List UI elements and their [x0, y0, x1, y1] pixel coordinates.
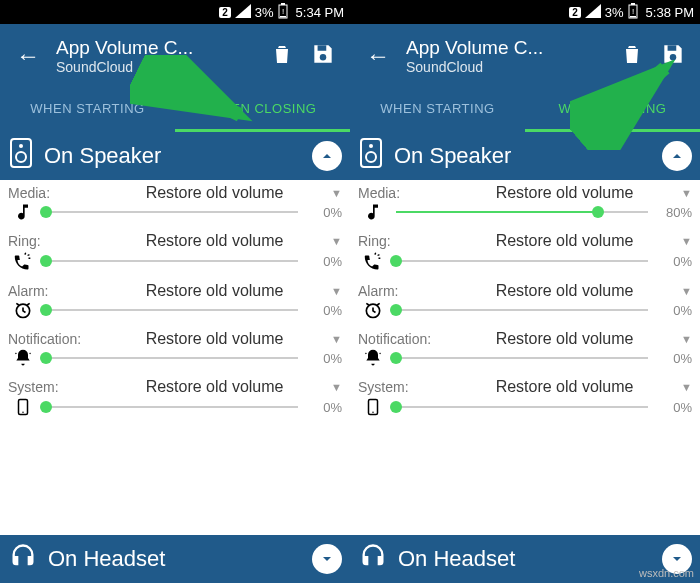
svg-rect-2: [280, 16, 286, 18]
headset-icon: [8, 542, 38, 576]
battery-percent: 3%: [255, 5, 274, 20]
volume-slider-row: 0%: [0, 348, 350, 374]
dropdown-icon[interactable]: ▼: [331, 381, 342, 393]
battery-icon: !: [628, 3, 638, 22]
dropdown-icon[interactable]: ▼: [331, 333, 342, 345]
dropdown-icon[interactable]: ▼: [331, 285, 342, 297]
svg-point-11: [22, 412, 24, 414]
row-value-dropdown[interactable]: Restore old volume: [98, 282, 331, 300]
volume-slider[interactable]: [46, 300, 298, 320]
toolbar-subtitle: SoundCloud: [56, 59, 262, 75]
row-value-dropdown[interactable]: Restore old volume: [448, 282, 681, 300]
status-bar: 2 3% ! 5:34 PM: [0, 0, 350, 24]
row-label: Media:: [358, 185, 448, 201]
volume-slider[interactable]: [46, 251, 298, 271]
row-value-dropdown[interactable]: Restore old volume: [98, 330, 331, 348]
section-on-headset[interactable]: On Headset: [0, 535, 350, 583]
collapse-icon[interactable]: [312, 141, 342, 171]
toolbar-subtitle: SoundCloud: [406, 59, 612, 75]
tab-when-closing[interactable]: WHEN CLOSING: [525, 88, 700, 132]
delete-button[interactable]: [612, 34, 652, 78]
volume-row: Ring: Restore old volume ▼: [350, 228, 700, 250]
volume-slider[interactable]: [46, 348, 298, 368]
volume-percent: 0%: [656, 400, 692, 415]
expand-icon[interactable]: [312, 544, 342, 574]
row-label: System:: [8, 379, 98, 395]
save-button[interactable]: [652, 33, 694, 79]
music-icon: [8, 202, 38, 222]
watermark: wsxdn.com: [639, 567, 694, 579]
section-on-speaker[interactable]: On Speaker: [0, 132, 350, 180]
back-button[interactable]: ←: [360, 36, 396, 76]
section-on-speaker[interactable]: On Speaker: [350, 132, 700, 180]
tab-bar: WHEN STARTING WHEN CLOSING: [0, 88, 350, 132]
svg-rect-1: [281, 3, 285, 5]
section-label: On Speaker: [394, 143, 511, 169]
ring-icon: [358, 250, 388, 272]
collapse-icon[interactable]: [662, 141, 692, 171]
phone-icon: [8, 396, 38, 418]
volume-percent: 0%: [656, 351, 692, 366]
section-label: On Speaker: [44, 143, 161, 169]
volume-percent: 0%: [306, 351, 342, 366]
volume-slider[interactable]: [396, 397, 648, 417]
status-time: 5:38 PM: [646, 5, 694, 20]
svg-text:!: !: [281, 7, 283, 16]
speaker-icon: [358, 138, 384, 174]
speaker-icon: [8, 138, 34, 174]
dropdown-icon[interactable]: ▼: [681, 187, 692, 199]
svg-point-20: [366, 152, 376, 162]
row-value-dropdown[interactable]: Restore old volume: [448, 232, 681, 250]
row-value-dropdown[interactable]: Restore old volume: [448, 330, 681, 348]
volume-slider-row: 0%: [350, 396, 700, 424]
row-label: Notification:: [358, 331, 448, 347]
back-button[interactable]: ←: [10, 36, 46, 76]
tab-when-closing[interactable]: WHEN CLOSING: [175, 88, 350, 132]
volume-slider[interactable]: [396, 251, 648, 271]
alarm-icon: [8, 300, 38, 320]
bell-icon: [8, 348, 38, 368]
save-button[interactable]: [302, 33, 344, 79]
volume-slider-row: 0%: [0, 250, 350, 278]
svg-point-19: [369, 144, 373, 148]
row-value-dropdown[interactable]: Restore old volume: [98, 232, 331, 250]
volume-slider-row: 80%: [350, 202, 700, 228]
music-icon: [358, 202, 388, 222]
volume-slider[interactable]: [396, 202, 648, 222]
svg-point-23: [372, 412, 374, 414]
tab-when-starting[interactable]: WHEN STARTING: [0, 88, 175, 132]
volume-percent: 0%: [656, 254, 692, 269]
svg-text:!: !: [631, 7, 633, 16]
toolbar-title: App Volume C...: [406, 37, 612, 59]
dropdown-icon[interactable]: ▼: [681, 285, 692, 297]
row-value-dropdown[interactable]: Restore old volume: [448, 378, 681, 396]
dropdown-icon[interactable]: ▼: [681, 235, 692, 247]
tab-when-starting[interactable]: WHEN STARTING: [350, 88, 525, 132]
bell-icon: [358, 348, 388, 368]
svg-point-7: [19, 144, 23, 148]
volume-slider-row: 0%: [0, 396, 350, 424]
section-label: On Headset: [48, 546, 165, 572]
app-toolbar: ← App Volume C... SoundCloud: [0, 24, 350, 88]
dropdown-icon[interactable]: ▼: [331, 187, 342, 199]
row-label: System:: [358, 379, 448, 395]
dropdown-icon[interactable]: ▼: [681, 333, 692, 345]
status-time: 5:34 PM: [296, 5, 344, 20]
volume-row: System: Restore old volume ▼: [0, 374, 350, 396]
volume-slider-row: 0%: [350, 250, 700, 278]
volume-slider[interactable]: [396, 300, 648, 320]
row-value-dropdown[interactable]: Restore old volume: [98, 378, 331, 396]
volume-slider-row: 0%: [0, 202, 350, 228]
volume-row: Media: Restore old volume ▼: [0, 180, 350, 202]
volume-percent: 0%: [306, 400, 342, 415]
dropdown-icon[interactable]: ▼: [681, 381, 692, 393]
delete-button[interactable]: [262, 34, 302, 78]
svg-rect-5: [318, 45, 327, 50]
row-value-dropdown[interactable]: Restore old volume: [448, 184, 681, 202]
row-value-dropdown[interactable]: Restore old volume: [98, 184, 331, 202]
svg-rect-13: [631, 3, 635, 5]
dropdown-icon[interactable]: ▼: [331, 235, 342, 247]
volume-slider[interactable]: [46, 397, 298, 417]
volume-slider[interactable]: [46, 202, 298, 222]
volume-slider[interactable]: [396, 348, 648, 368]
